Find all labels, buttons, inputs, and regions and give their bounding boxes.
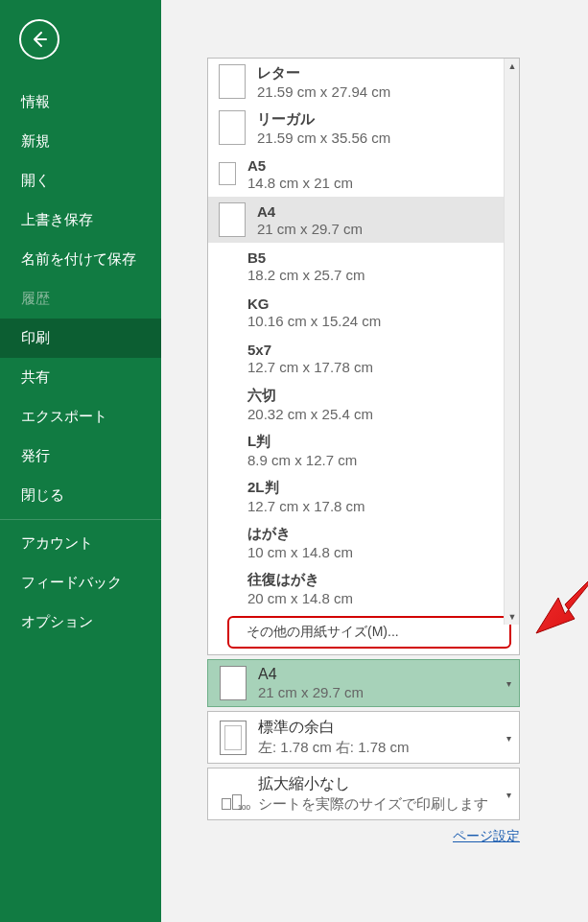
- margins-sub: 左: 1.78 cm 右: 1.78 cm: [258, 739, 494, 757]
- paper-size-option[interactable]: レター21.59 cm x 27.94 cm: [208, 59, 504, 105]
- paper-size-option[interactable]: リーガル21.59 cm x 35.56 cm: [208, 105, 504, 151]
- page-icon: [220, 666, 247, 700]
- paper-dimensions: 21.59 cm x 35.56 cm: [257, 130, 496, 146]
- sidebar-item-印刷[interactable]: 印刷: [0, 319, 161, 358]
- sidebar-item-アカウント[interactable]: アカウント: [0, 524, 161, 563]
- paper-size-option[interactable]: A421 cm x 29.7 cm: [208, 197, 504, 243]
- chevron-down-icon: ▾: [506, 678, 511, 689]
- sidebar-item-オプション[interactable]: オプション: [0, 603, 161, 642]
- paper-name: リーガル: [257, 110, 496, 129]
- paper-size-dropdown: レター21.59 cm x 27.94 cmリーガル21.59 cm x 35.…: [207, 58, 520, 655]
- page-icon: [219, 110, 246, 145]
- paper-dimensions: 10.16 cm x 15.24 cm: [247, 313, 496, 329]
- more-paper-sizes-button[interactable]: その他の用紙サイズ(M)...: [227, 616, 511, 649]
- sidebar-item-名前を付けて保存[interactable]: 名前を付けて保存: [0, 240, 161, 279]
- paper-size-option[interactable]: 5x712.7 cm x 17.78 cm: [208, 335, 504, 381]
- back-button[interactable]: [19, 19, 59, 59]
- paper-name: 六切: [247, 387, 496, 405]
- page-setup-link-container: ページ設定: [207, 828, 520, 845]
- paper-dimensions: 21 cm x 29.7 cm: [257, 221, 496, 237]
- paper-dimensions: 20 cm x 14.8 cm: [247, 590, 496, 606]
- scale-icon: 100: [220, 777, 247, 812]
- main-content: レター21.59 cm x 27.94 cmリーガル21.59 cm x 35.…: [161, 0, 588, 922]
- paper-name: はがき: [247, 525, 496, 543]
- paper-dimensions: 18.2 cm x 25.7 cm: [247, 267, 496, 283]
- sidebar-item-上書き保存[interactable]: 上書き保存: [0, 201, 161, 240]
- margins-title: 標準の余白: [258, 718, 494, 738]
- sidebar-item-共有[interactable]: 共有: [0, 358, 161, 397]
- paper-dimensions: 12.7 cm x 17.78 cm: [247, 359, 496, 375]
- paper-dimensions: 21.59 cm x 27.94 cm: [257, 83, 496, 100]
- page-icon: [219, 162, 236, 185]
- scaling-title: 拡大縮小なし: [258, 774, 494, 794]
- sidebar-item-発行[interactable]: 発行: [0, 437, 161, 476]
- paper-name: L判: [247, 433, 496, 451]
- paper-name: 5x7: [247, 342, 496, 358]
- current-paper-name: A4: [258, 666, 494, 683]
- sidebar-item-情報[interactable]: 情報: [0, 83, 161, 122]
- paper-size-selector[interactable]: A4 21 cm x 29.7 cm ▾: [207, 659, 520, 707]
- margins-icon: [220, 721, 247, 755]
- paper-size-option[interactable]: 往復はがき20 cm x 14.8 cm: [208, 565, 504, 611]
- backstage-sidebar: 情報新規開く上書き保存名前を付けて保存履歴印刷共有エクスポート発行閉じる アカウ…: [0, 0, 161, 922]
- paper-name: 往復はがき: [247, 571, 496, 589]
- paper-size-option[interactable]: B518.2 cm x 25.7 cm: [208, 243, 504, 289]
- scaling-selector[interactable]: 100 拡大縮小なし シートを実際のサイズで印刷します ▾: [207, 768, 520, 820]
- paper-dimensions: 14.8 cm x 21 cm: [247, 175, 496, 191]
- current-paper-dim: 21 cm x 29.7 cm: [258, 684, 494, 700]
- paper-size-option[interactable]: KG10.16 cm x 15.24 cm: [208, 289, 504, 335]
- scroll-down-button[interactable]: ▼: [505, 609, 520, 625]
- scroll-up-button[interactable]: ▲: [505, 59, 520, 74]
- scrollbar[interactable]: ▲ ▼: [504, 59, 519, 625]
- paper-name: A4: [257, 203, 496, 220]
- paper-name: A5: [247, 157, 496, 174]
- page-icon: [219, 64, 246, 99]
- paper-name: B5: [247, 249, 496, 266]
- arrow-left-icon: [30, 30, 49, 49]
- paper-dimensions: 12.7 cm x 17.8 cm: [247, 498, 496, 514]
- scaling-sub: シートを実際のサイズで印刷します: [258, 795, 494, 814]
- paper-name: 2L判: [247, 479, 496, 497]
- chevron-down-icon: ▾: [506, 789, 511, 799]
- page-icon: [219, 202, 246, 237]
- paper-dimensions: 10 cm x 14.8 cm: [247, 544, 496, 560]
- sidebar-item-履歴: 履歴: [0, 279, 161, 319]
- paper-dimensions: 20.32 cm x 25.4 cm: [247, 406, 496, 422]
- paper-size-option[interactable]: 2L判12.7 cm x 17.8 cm: [208, 473, 504, 519]
- paper-size-option[interactable]: A514.8 cm x 21 cm: [208, 151, 504, 197]
- paper-size-option[interactable]: L判8.9 cm x 12.7 cm: [208, 427, 504, 473]
- paper-dimensions: 8.9 cm x 12.7 cm: [247, 452, 496, 468]
- chevron-down-icon: ▾: [506, 732, 511, 743]
- paper-size-option[interactable]: 六切20.32 cm x 25.4 cm: [208, 381, 504, 427]
- annotation-arrow: [531, 504, 588, 638]
- sidebar-item-新規[interactable]: 新規: [0, 122, 161, 161]
- paper-size-option[interactable]: はがき10 cm x 14.8 cm: [208, 519, 504, 565]
- sidebar-item-閉じる[interactable]: 閉じる: [0, 476, 161, 515]
- sidebar-divider: [0, 519, 161, 520]
- sidebar-item-開く[interactable]: 開く: [0, 161, 161, 201]
- sidebar-item-エクスポート[interactable]: エクスポート: [0, 397, 161, 437]
- page-setup-link[interactable]: ページ設定: [453, 828, 520, 843]
- sidebar-item-フィードバック[interactable]: フィードバック: [0, 563, 161, 603]
- paper-name: レター: [257, 64, 496, 83]
- paper-name: KG: [247, 296, 496, 312]
- margins-selector[interactable]: 標準の余白 左: 1.78 cm 右: 1.78 cm ▾: [207, 711, 520, 764]
